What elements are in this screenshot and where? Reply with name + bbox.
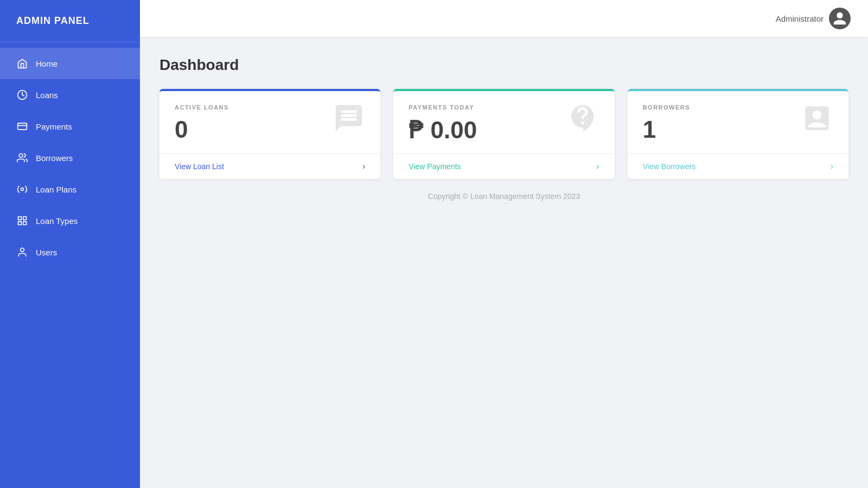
- view-loan-list-link[interactable]: View Loan List: [175, 162, 224, 171]
- card-payments-footer: View Payments ›: [393, 153, 614, 179]
- sidebar: ADMIN PANEL Home Loans: [0, 0, 140, 488]
- svg-rect-8: [23, 222, 27, 225]
- sidebar-item-home-label: Home: [36, 59, 58, 68]
- footer: Copyright © Loan Management System 2023: [159, 179, 848, 206]
- svg-point-4: [21, 188, 24, 191]
- card-borrowers: BORROWERS 1 View Borrowers ›: [628, 89, 848, 179]
- avatar: [829, 8, 851, 29]
- svg-rect-1: [18, 123, 27, 130]
- view-payments-link[interactable]: View Payments: [409, 162, 461, 171]
- sidebar-item-loans[interactable]: Loans: [0, 79, 140, 111]
- svg-rect-7: [18, 222, 22, 225]
- payments-icon: [16, 120, 28, 132]
- loan-plans-icon: [16, 183, 28, 195]
- sidebar-item-users[interactable]: Users: [0, 236, 140, 268]
- sidebar-item-home[interactable]: Home: [0, 48, 140, 79]
- sidebar-item-borrowers-label: Borrowers: [36, 153, 73, 163]
- card-payments-chevron: ›: [596, 162, 599, 171]
- home-icon: [16, 57, 28, 69]
- loan-types-icon: [16, 215, 28, 227]
- dashboard-content: Dashboard ACTIVE LOANS 0 View Loan List …: [140, 37, 868, 226]
- users-icon: [16, 246, 28, 258]
- card-borrowers-body: BORROWERS 1: [628, 91, 848, 153]
- sidebar-item-payments-label: Payments: [36, 122, 72, 131]
- sidebar-item-loan-types-label: Loan Types: [36, 216, 78, 226]
- svg-point-3: [19, 154, 23, 158]
- main-content: Administrator Dashboard ACTIVE LOANS 0: [140, 0, 868, 488]
- active-loans-icon: [333, 102, 365, 134]
- sidebar-item-loan-plans-label: Loan Plans: [36, 185, 76, 194]
- loans-icon: [16, 89, 28, 101]
- header: Administrator: [140, 0, 868, 37]
- sidebar-title: ADMIN PANEL: [0, 0, 140, 42]
- borrowers-icon: [16, 152, 28, 164]
- sidebar-item-users-label: Users: [36, 248, 57, 257]
- sidebar-item-payments[interactable]: Payments: [0, 111, 140, 142]
- card-payments-today: PAYMENTS TODAY ₱ 0.00 View Payments ›: [393, 89, 614, 179]
- header-username: Administrator: [776, 14, 824, 23]
- svg-rect-5: [18, 217, 22, 220]
- card-borrowers-chevron: ›: [831, 162, 833, 171]
- svg-rect-6: [23, 217, 27, 220]
- footer-text: Copyright © Loan Management System 2023: [428, 192, 580, 201]
- sidebar-item-loan-types[interactable]: Loan Types: [0, 205, 140, 236]
- payments-today-icon: [567, 102, 599, 134]
- sidebar-item-borrowers[interactable]: Borrowers: [0, 142, 140, 174]
- page-title: Dashboard: [159, 56, 848, 74]
- view-borrowers-link[interactable]: View Borrowers: [643, 162, 696, 171]
- card-borrowers-footer: View Borrowers ›: [628, 153, 848, 179]
- svg-point-9: [21, 248, 24, 252]
- card-active-loans-footer: View Loan List ›: [159, 153, 380, 179]
- sidebar-item-loan-plans[interactable]: Loan Plans: [0, 174, 140, 205]
- card-payments-body: PAYMENTS TODAY ₱ 0.00: [393, 91, 614, 153]
- borrowers-card-icon: [801, 102, 833, 134]
- sidebar-item-loans-label: Loans: [36, 91, 58, 100]
- header-user: Administrator: [776, 8, 851, 29]
- card-active-loans-chevron: ›: [362, 162, 365, 171]
- sidebar-nav: Home Loans Payments: [0, 42, 140, 268]
- card-active-loans: ACTIVE LOANS 0 View Loan List ›: [159, 89, 380, 179]
- cards-row: ACTIVE LOANS 0 View Loan List › PAYMENT: [159, 89, 848, 179]
- card-active-loans-body: ACTIVE LOANS 0: [159, 91, 380, 153]
